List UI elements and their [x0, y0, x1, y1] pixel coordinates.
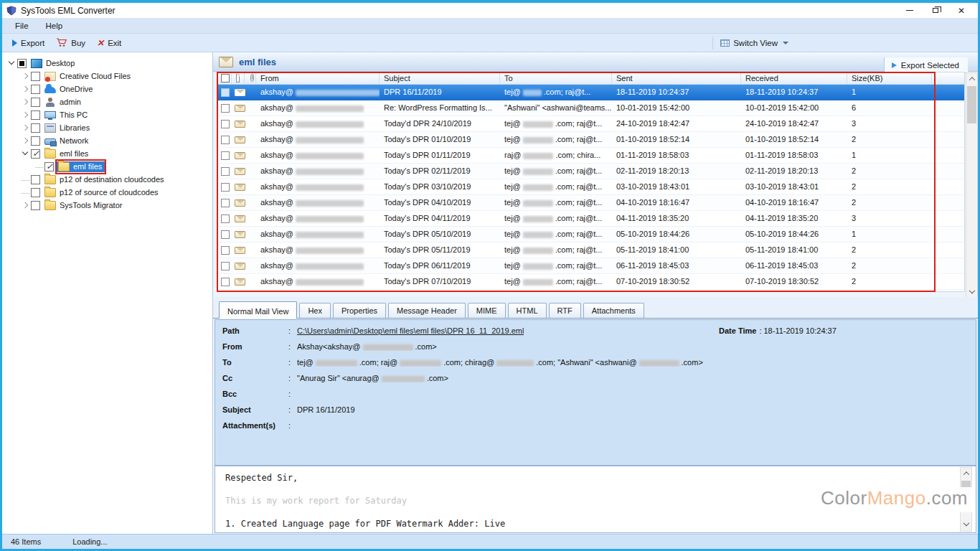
tab-hex[interactable]: Hex [299, 303, 331, 318]
row-checkbox[interactable] [221, 262, 230, 270]
table-row[interactable]: akshay@Today's DPR 01/10/2019tej@.com; r… [217, 132, 964, 148]
tree-item-body[interactable]: Network [43, 136, 91, 146]
tree-item-body[interactable]: Desktop [29, 58, 77, 69]
expand-arrow-right-icon[interactable] [20, 136, 31, 146]
tree-checkbox[interactable] [31, 188, 40, 197]
expand-arrow-right-icon[interactable] [20, 123, 31, 133]
expand-arrow-down-icon[interactable] [6, 58, 17, 68]
column-header-from[interactable]: From [256, 72, 380, 84]
scroll-up-button[interactable] [961, 468, 971, 479]
row-checkbox[interactable] [221, 278, 230, 286]
select-all-checkbox[interactable] [221, 74, 230, 83]
table-row[interactable]: akshay@Today's DPR 04/10/2019tej@.com; r… [217, 195, 964, 211]
tree-item-body[interactable]: Creative Cloud Files [43, 71, 133, 82]
document-column-header[interactable] [232, 72, 245, 84]
tab-message-header[interactable]: Message Header [388, 303, 466, 318]
row-select-cell[interactable] [217, 195, 232, 210]
tree-item[interactable]: Creative Cloud Files [2, 70, 212, 83]
tree-checkbox[interactable] [31, 123, 40, 133]
table-row[interactable]: akshay@Today's DPR 01/11/2019raj@.com; c… [217, 148, 964, 164]
table-row[interactable]: akshay@Today's DPR 03/10/2019tej@.com; r… [217, 179, 964, 195]
restore-button[interactable] [929, 5, 942, 17]
expand-arrow-right-icon[interactable] [20, 97, 31, 107]
tree-item-body[interactable]: eml files [57, 161, 105, 172]
path-link[interactable]: C:\Users\admin\Desktop\eml files\eml fil… [297, 326, 524, 335]
table-scrollbar[interactable] [966, 72, 978, 299]
tree-item[interactable]: SysTools Migrator [2, 199, 212, 212]
row-checkbox[interactable] [221, 199, 230, 207]
buy-button[interactable]: Buy [50, 35, 91, 51]
row-checkbox[interactable] [221, 183, 230, 192]
tree-item[interactable]: p12 of destination cloudcodes [2, 173, 212, 186]
tree-item-body[interactable]: eml files [43, 149, 91, 159]
tree-checkbox[interactable] [31, 175, 40, 184]
minimize-button[interactable] [903, 5, 916, 17]
tree-checkbox[interactable] [31, 72, 40, 81]
row-select-cell[interactable] [217, 116, 232, 131]
tab-rtf[interactable]: RTF [549, 303, 581, 318]
tree-item[interactable]: OneDrive [2, 83, 212, 95]
row-checkbox[interactable] [221, 246, 230, 255]
row-select-cell[interactable] [217, 258, 232, 273]
tree-checkbox[interactable] [17, 59, 27, 68]
row-select-cell[interactable] [217, 85, 232, 100]
scrollbar-thumb[interactable] [967, 86, 976, 123]
scroll-up-button[interactable] [966, 73, 977, 85]
row-checkbox[interactable] [221, 88, 230, 97]
column-header-received[interactable]: Received [741, 72, 847, 84]
table-row[interactable]: akshay@DPR 16/11/2019tej@.com; raj@t...1… [217, 85, 964, 100]
close-button[interactable] [955, 5, 968, 17]
row-select-cell[interactable] [217, 164, 232, 179]
row-select-cell[interactable] [217, 227, 232, 242]
tree-checkbox[interactable] [31, 98, 40, 107]
export-selected-button[interactable]: Export Selected [884, 57, 968, 73]
export-button[interactable]: Export [6, 37, 50, 50]
tree-checkbox[interactable] [31, 149, 40, 159]
expand-arrow-right-icon[interactable] [20, 84, 31, 94]
row-checkbox[interactable] [221, 120, 230, 128]
column-header-subject[interactable]: Subject [380, 72, 500, 84]
tree-item-body[interactable]: Libraries [43, 123, 93, 133]
tab-mime[interactable]: MIME [468, 303, 506, 318]
row-checkbox[interactable] [221, 104, 230, 113]
column-header-to[interactable]: To [500, 72, 612, 84]
table-row[interactable]: akshay@Today's DPR 07/10/2019tej@.com; r… [217, 274, 964, 290]
table-row[interactable]: akshay@Re: WordPress Formatting Is..."As… [217, 100, 964, 116]
menu-help[interactable]: Help [39, 20, 70, 32]
tree-item-body[interactable]: p12 of source of cloudcodes [43, 187, 161, 198]
table-row[interactable]: akshay@Today's DPR 04/11/2019tej@.com; r… [217, 211, 964, 227]
exit-button[interactable]: Exit [91, 36, 127, 50]
tree-item-body[interactable]: OneDrive [43, 84, 95, 94]
tree-item[interactable]: eml files [2, 147, 212, 160]
tree-checkbox[interactable] [31, 136, 40, 146]
row-select-cell[interactable] [217, 242, 232, 258]
tree-item[interactable]: Libraries [2, 121, 212, 134]
tab-html[interactable]: HTML [508, 303, 547, 318]
attachment-column-header[interactable] [245, 72, 256, 84]
table-row[interactable]: akshay@Today's DPR 02/11/2019tej@.com; r… [217, 164, 964, 179]
table-row[interactable]: akshay@Today's DPR 06/11/2019tej@.com; r… [217, 258, 964, 274]
row-select-cell[interactable] [217, 148, 232, 163]
select-all-cell[interactable] [217, 72, 232, 84]
tree-item[interactable]: Network [2, 134, 212, 147]
tree-item[interactable]: p12 of source of cloudcodes [2, 186, 212, 199]
tree-checkbox[interactable] [31, 201, 40, 210]
menu-file[interactable]: File [8, 20, 36, 32]
tab-attachments[interactable]: Attachments [583, 303, 644, 318]
tree-item-body[interactable]: p12 of destination cloudcodes [43, 174, 167, 185]
tab-properties[interactable]: Properties [333, 303, 386, 318]
tree-checkbox[interactable] [31, 110, 40, 120]
expand-arrow-down-icon[interactable] [20, 149, 31, 159]
row-checkbox[interactable] [221, 136, 230, 144]
tree-item[interactable]: admin [2, 95, 212, 108]
row-select-cell[interactable] [217, 211, 232, 226]
column-header-sent[interactable]: Sent [612, 72, 741, 84]
tree-checkbox[interactable] [31, 85, 40, 94]
row-select-cell[interactable] [217, 274, 232, 289]
expand-arrow-right-icon[interactable] [20, 71, 31, 81]
tree-item-body[interactable]: This PC [43, 110, 90, 120]
tree-item[interactable]: Desktop [2, 57, 212, 70]
row-checkbox[interactable] [221, 151, 230, 160]
scroll-down-button[interactable] [961, 519, 971, 531]
row-checkbox[interactable] [221, 215, 230, 223]
